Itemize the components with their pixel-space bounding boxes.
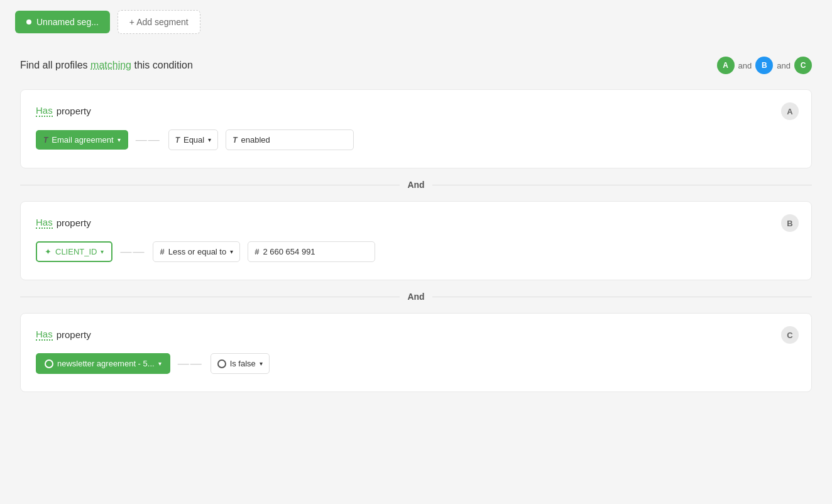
add-segment-button[interactable]: + Add segment — [118, 10, 200, 34]
has-label-c: Has — [36, 329, 53, 341]
add-segment-label: + Add segment — [129, 17, 189, 27]
t-icon-a: T — [43, 136, 48, 145]
condition-card-a: A Has property T Email agreement ▾ —— T … — [20, 89, 812, 168]
email-agreement-label: Email agreement — [52, 135, 113, 145]
property-label-c: property — [57, 329, 91, 340]
card-label-b: B — [781, 214, 799, 232]
chevron-down-icon-b: ▾ — [101, 248, 104, 255]
segment-dot — [26, 19, 31, 25]
t-icon-val-a: T — [233, 136, 237, 145]
has-label-a: Has — [36, 105, 53, 117]
and-divider-1: And — [20, 168, 812, 201]
find-text: Find all profiles matching this conditio… — [20, 60, 193, 71]
legend-and-2: and — [777, 61, 791, 70]
condition-row-c: newsletter agreement - 5... ▾ —— Is fals… — [36, 353, 796, 374]
badge-a: A — [717, 57, 735, 74]
badge-c: C — [794, 57, 812, 74]
chevron-down-icon-op-b: ▾ — [230, 248, 233, 255]
hash-icon-val-b: # — [255, 247, 259, 256]
segment-tab-active[interactable]: Unnamed seg... — [15, 11, 110, 33]
card-label-a: A — [781, 102, 799, 120]
dash-line-b: —— — [120, 245, 145, 258]
newsletter-agreement-button[interactable]: newsletter agreement - 5... ▾ — [36, 353, 170, 374]
and-divider-2: And — [20, 280, 812, 313]
less-or-equal-label: Less or equal to — [168, 247, 227, 256]
t-icon-op-a: T — [175, 136, 180, 145]
circle-icon-c — [45, 359, 53, 368]
property-label-a: property — [57, 106, 91, 116]
is-false-button[interactable]: Is false ▾ — [211, 353, 270, 374]
condition-row-b: ✦ CLIENT_ID ▾ —— # Less or equal to ▾ # — [36, 241, 796, 262]
segment-tab-label: Unnamed seg... — [36, 17, 99, 27]
has-property-a: Has property — [36, 105, 796, 117]
value-input-b[interactable] — [263, 242, 368, 261]
badge-b: B — [755, 57, 773, 74]
property-label-b: property — [57, 217, 91, 228]
dash-line-a: —— — [136, 133, 161, 146]
newsletter-agreement-label: newsletter agreement - 5... — [57, 359, 155, 368]
has-label-b: Has — [36, 217, 53, 229]
email-agreement-button[interactable]: T Email agreement ▾ — [36, 130, 128, 150]
equal-operator-button[interactable]: T Equal ▾ — [168, 129, 219, 150]
client-id-label: CLIENT_ID — [55, 247, 97, 256]
hash-icon-op-b: # — [160, 247, 164, 256]
circle-icon-op-c — [217, 359, 226, 368]
client-id-button[interactable]: ✦ CLIENT_ID ▾ — [36, 241, 112, 262]
legend-badges: A and B and C — [717, 57, 812, 74]
chevron-down-icon-op-a: ▾ — [208, 136, 211, 143]
condition-card-b: B Has property ✦ CLIENT_ID ▾ —— # Less o… — [20, 201, 812, 280]
matching-word: matching — [90, 60, 131, 70]
dash-line-c: —— — [178, 357, 203, 370]
card-label-c: C — [781, 326, 799, 344]
chevron-down-icon-a: ▾ — [118, 136, 121, 143]
chevron-down-icon-op-c: ▾ — [260, 360, 263, 367]
legend-and-1: and — [738, 61, 752, 70]
has-property-b: Has property — [36, 217, 796, 229]
and-divider-1-label: And — [400, 180, 432, 190]
value-input-a[interactable] — [241, 130, 347, 150]
less-or-equal-button[interactable]: # Less or equal to ▾ — [153, 241, 240, 262]
find-prefix: Find all profiles — [20, 60, 88, 70]
find-header: Find all profiles matching this conditio… — [20, 57, 812, 74]
equal-label: Equal — [183, 135, 204, 145]
condition-card-c: C Has property newsletter agreement - 5.… — [20, 313, 812, 392]
chevron-down-icon-c: ▾ — [158, 360, 161, 367]
has-property-c: Has property — [36, 329, 796, 341]
condition-row-a: T Email agreement ▾ —— T Equal ▾ T — [36, 129, 796, 150]
find-suffix: this condition — [134, 60, 192, 70]
main-content: Find all profiles matching this conditio… — [0, 44, 832, 405]
is-false-label: Is false — [230, 359, 256, 368]
and-divider-2-label: And — [400, 292, 432, 302]
top-bar: Unnamed seg... + Add segment — [0, 0, 832, 44]
star-icon-b: ✦ — [45, 247, 52, 256]
